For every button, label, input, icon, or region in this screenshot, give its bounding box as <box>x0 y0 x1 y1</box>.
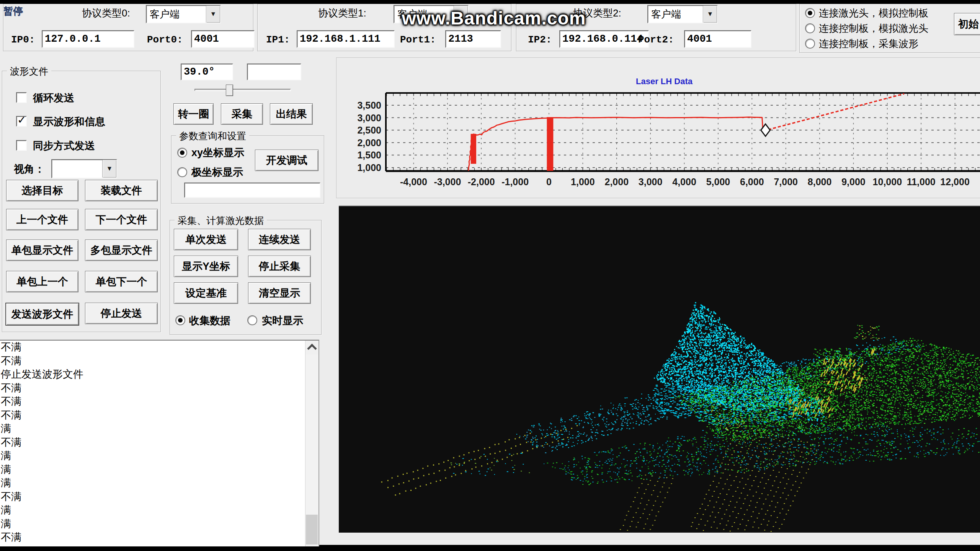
chevron-down-icon[interactable]: ▼ <box>206 6 220 23</box>
next-file-button[interactable]: 下一个文件 <box>85 209 158 230</box>
log-item[interactable]: 满 <box>0 504 318 517</box>
log-item[interactable]: 满 <box>0 476 318 490</box>
realtime-display-radio[interactable] <box>247 315 257 325</box>
loop-send-checkbox[interactable] <box>16 92 27 103</box>
sync-send-checkbox[interactable] <box>16 140 27 151</box>
collect-data-radio[interactable] <box>175 315 185 325</box>
svg-text:-4,000: -4,000 <box>400 176 427 187</box>
radio-connect-ctrl-board-collect[interactable] <box>805 39 815 49</box>
angle-aux-input[interactable] <box>247 64 301 80</box>
show-waveform-checkbox[interactable] <box>16 116 27 127</box>
continuous-send-button[interactable]: 连续发送 <box>248 229 311 250</box>
port1-input[interactable] <box>445 30 501 48</box>
param-input[interactable] <box>184 183 320 198</box>
pointcloud-panel <box>339 205 980 533</box>
svg-text:2,500: 2,500 <box>357 125 381 135</box>
single-send-button[interactable]: 单次发送 <box>174 229 238 250</box>
single-pkg-show-button[interactable]: 单包显示文件 <box>6 240 78 261</box>
param-group-title: 参数查询和设置 <box>176 130 249 142</box>
clear-display-button[interactable]: 清空显示 <box>248 282 311 304</box>
svg-text:3,000: 3,000 <box>357 112 381 123</box>
single-pkg-prev-button[interactable]: 单包上一个 <box>6 271 78 292</box>
send-waveform-button[interactable]: 发送波形文件 <box>5 303 79 326</box>
prev-file-button[interactable]: 上一个文件 <box>6 209 78 230</box>
ip0-input[interactable] <box>42 30 134 48</box>
protocol-section-0: 协议类型0: 客户端 ▼ IP0: Port0: <box>3 4 253 51</box>
log-item[interactable]: 不满 <box>0 395 318 409</box>
port1-label: Port1: <box>400 34 436 46</box>
collect-button[interactable]: 采集 <box>221 103 263 125</box>
result-button[interactable]: 出结果 <box>270 103 313 125</box>
scroll-up-icon[interactable] <box>305 341 318 354</box>
multi-pkg-show-button[interactable]: 多包显示文件 <box>85 240 158 261</box>
dev-debug-button[interactable]: 开发调试 <box>255 150 318 171</box>
ip1-label: IP1: <box>266 34 290 46</box>
bandicam-watermark: www.Bandicam.com <box>364 8 624 29</box>
svg-text:4,000: 4,000 <box>672 176 696 187</box>
stop-collect-button[interactable]: 停止采集 <box>248 256 311 277</box>
radio-connect-laser-head[interactable] <box>805 8 815 18</box>
param-query-group: 参数查询和设置 xy坐标显示 极坐标显示 开发调试 <box>171 135 324 204</box>
log-item[interactable]: 不满 <box>0 381 318 395</box>
port2-input[interactable] <box>684 30 751 48</box>
acquire-group: 采集、计算激光数据 单次发送 连续发送 显示Y坐标 停止采集 设定基准 清空显示… <box>170 220 322 335</box>
port0-input[interactable] <box>191 30 255 48</box>
app-window: 暂停 www.Bandicam.com 协议类型0: 客户端 ▼ IP0: Po… <box>0 0 980 551</box>
svg-text:6,000: 6,000 <box>740 176 764 187</box>
svg-text:7,000: 7,000 <box>774 176 798 187</box>
show-y-coord-button[interactable]: 显示Y坐标 <box>174 256 238 277</box>
radio-connect-laser-head-label: 连接激光头，模拟控制板 <box>819 7 928 20</box>
svg-text:Laser LH Data: Laser LH Data <box>636 77 693 86</box>
protocol-type-0-label: 协议类型0: <box>82 7 130 20</box>
log-item[interactable]: 满 <box>0 422 318 436</box>
svg-text:-2,000: -2,000 <box>468 176 495 187</box>
set-reference-button[interactable]: 设定基准 <box>174 282 238 304</box>
ip2-input[interactable] <box>559 30 649 48</box>
log-item[interactable]: 满 <box>0 517 318 531</box>
angle-input[interactable] <box>181 64 233 80</box>
ip2-label: IP2: <box>528 34 552 46</box>
log-item[interactable]: 不满 <box>0 354 318 368</box>
turn-circle-button[interactable]: 转一圈 <box>173 103 214 125</box>
top-black-bar <box>0 0 980 4</box>
load-file-button[interactable]: 装载文件 <box>85 180 158 201</box>
log-item[interactable]: 不满 <box>0 531 318 544</box>
single-pkg-next-button[interactable]: 单包下一个 <box>85 271 158 292</box>
chevron-down-icon[interactable]: ▼ <box>703 6 717 23</box>
svg-text:1,500: 1,500 <box>357 150 381 160</box>
chevron-down-icon[interactable]: ▼ <box>102 160 116 178</box>
xy-coord-radio[interactable] <box>177 148 187 158</box>
svg-text:12,000: 12,000 <box>940 176 969 187</box>
log-scrollbar[interactable] <box>305 341 318 546</box>
log-item[interactable]: 不满 <box>0 409 318 422</box>
svg-text:11,000: 11,000 <box>907 176 936 187</box>
angle-slider-track[interactable] <box>194 89 291 91</box>
log-item[interactable]: 停止发送波形文件 <box>0 368 318 381</box>
polar-coord-radio[interactable] <box>177 167 187 177</box>
view-angle-label: 视角： <box>14 162 45 176</box>
log-listbox[interactable]: 不满 不满 停止发送波形文件 不满 不满 不满 满 不满 满 满 满 不满 满 … <box>0 340 319 546</box>
port0-label: Port0: <box>147 34 183 46</box>
angle-slider-thumb[interactable] <box>226 85 233 96</box>
svg-text:9,000: 9,000 <box>841 176 866 187</box>
loop-send-label: 循环发送 <box>33 91 74 105</box>
protocol-type-2-combo[interactable]: 客户端 ▼ <box>647 5 718 23</box>
log-item[interactable]: 满 <box>0 449 318 463</box>
pointcloud-view[interactable] <box>339 206 980 532</box>
waveform-group-title: 波形文件 <box>7 65 51 78</box>
log-item[interactable]: 不满 <box>0 490 318 504</box>
stop-send-button[interactable]: 停止发送 <box>85 303 158 324</box>
init-button[interactable]: 初始 <box>954 13 980 35</box>
log-item[interactable]: 不满 <box>0 436 318 450</box>
collect-data-label: 收集数据 <box>189 314 230 328</box>
svg-text:10,000: 10,000 <box>873 176 902 187</box>
log-item[interactable]: 不满 <box>0 341 318 354</box>
select-target-button[interactable]: 选择目标 <box>6 180 78 201</box>
view-angle-combo[interactable]: ▼ <box>51 159 117 178</box>
protocol-type-0-combo[interactable]: 客户端 ▼ <box>146 5 221 23</box>
port2-label: Port2: <box>638 34 674 46</box>
log-item[interactable]: 满 <box>0 463 318 477</box>
radio-connect-ctrl-board-sim-laser[interactable] <box>805 23 815 33</box>
ip1-input[interactable] <box>297 30 395 48</box>
scrollbar-thumb[interactable] <box>306 515 318 544</box>
